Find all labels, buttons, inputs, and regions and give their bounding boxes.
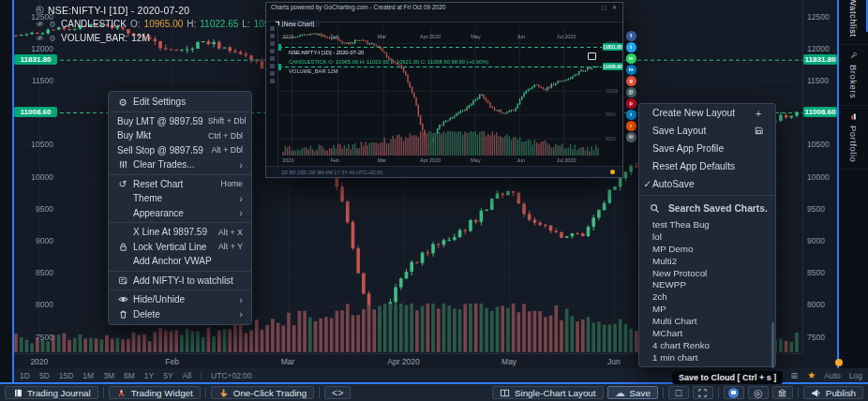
facebook-icon[interactable]: f [626, 31, 636, 41]
reddit-icon[interactable]: r [626, 121, 636, 131]
timezone-button[interactable]: UTC+02:00 [211, 371, 252, 380]
layout-menu-item-reset-app-defaults[interactable]: Reset App Defaults [639, 157, 775, 175]
right-price-axis[interactable]: 1250012000115001050010000950090008500800… [802, 0, 838, 353]
snapshot-date-label: Mar [378, 157, 386, 163]
study-settings-gear-icon[interactable]: ⚙ [48, 20, 57, 29]
email-icon[interactable]: @ [626, 87, 636, 97]
saved-chart-item-mp[interactable]: MP [639, 304, 775, 316]
expand-icon [697, 387, 709, 398]
grid-settings-icon[interactable]: ⊞ [789, 371, 799, 380]
bank-button[interactable] [772, 386, 793, 399]
mail-icon[interactable]: ✉ [626, 132, 636, 142]
menu-shortcut: Shift + Dbl [208, 116, 247, 126]
timeframe-all[interactable]: All [183, 371, 191, 380]
submenu-arrow-icon: › [239, 309, 243, 319]
context-menu-item-hide-unhide[interactable]: Hide/Unhide› [109, 292, 251, 307]
trading-journal-button[interactable]: Trading Journal [5, 386, 98, 399]
timeframe-3m[interactable]: 3M [103, 371, 114, 380]
save-button[interactable]: ☁Save [607, 386, 658, 399]
context-menu-item-lock-vertical-line[interactable]: Lock Vertical LineAlt + Y [109, 240, 251, 255]
layout-menu-item-create-new-layout[interactable]: Create New Layout+ [639, 104, 775, 122]
linkedin-icon[interactable]: in [626, 65, 636, 75]
context-menu-item-buy-mkt[interactable]: Buy MktCtrl + Dbl [109, 128, 251, 143]
googleplus-icon[interactable]: g [626, 76, 636, 86]
reset-icon: ↺ [117, 178, 128, 189]
time-axis-label: Mar [281, 357, 295, 366]
target-button[interactable]: ◎ [748, 386, 769, 399]
menu-item-label: X Line At 9897.59 [133, 227, 207, 237]
saved-charts-search[interactable] [639, 198, 775, 218]
auto-scale-toggle[interactable]: Auto [824, 371, 841, 380]
layout-menu-item-autosave[interactable]: ✓AutoSave [639, 175, 775, 193]
context-menu-item-clear-trades[interactable]: Clear Trades...› [109, 157, 251, 172]
square-button[interactable]: □ [668, 386, 689, 399]
context-menu-item-reset-chart[interactable]: ↺Reset ChartHome [109, 177, 251, 192]
scrollbar-thumb[interactable] [771, 322, 774, 368]
sidebar-tab-brokers[interactable]: Brokers [839, 45, 868, 106]
price-tick: 12500 [807, 13, 830, 22]
left-price-axis[interactable]: 1250012000115001050010000950090008500800… [14, 0, 57, 353]
saved-chart-item-multi-chart[interactable]: Multi Chart [639, 316, 775, 328]
timeframe-1d[interactable]: 1D [20, 371, 30, 380]
context-menu-item-x-line-at-9897-59[interactable]: X Line At 9897.59Alt + X [109, 225, 251, 240]
snapshot-price-badge: 11831.80 [603, 43, 622, 51]
symbol-search-icon[interactable] [35, 6, 44, 15]
check-icon: ✓ [642, 178, 653, 189]
saved-chart-item-2ch[interactable]: 2ch [639, 291, 775, 304]
save-tooltip: Save to Cloud [ Ctrl + s ] [672, 371, 783, 384]
saved-chart-item-1-min-chart[interactable]: 1 min chart [639, 352, 775, 364]
eye-off-icon[interactable] [35, 20, 44, 29]
search-input[interactable] [666, 202, 773, 215]
trading-widget-button[interactable]: Trading Widget [109, 386, 201, 399]
saved-chart-item-mchart[interactable]: MChart [639, 328, 775, 340]
layout-menu-item-save-layout[interactable]: Save Layout [639, 122, 775, 140]
expand-button[interactable] [693, 386, 713, 399]
whatsapp-icon[interactable]: w [626, 53, 636, 64]
sidebar-tab-portfolio[interactable]: Portfolio [839, 106, 868, 170]
saved-chart-item-4-chart-renko[interactable]: 4 chart Renko [639, 340, 775, 352]
publish-button[interactable]: Publish [803, 386, 863, 399]
log-scale-toggle[interactable]: Log [849, 371, 862, 380]
saved-chart-item-multi2[interactable]: Multi2 [639, 256, 775, 268]
timeframe-5y[interactable]: 5Y [163, 371, 172, 380]
saved-chart-item-new-protocol[interactable]: New Protocol [639, 268, 775, 280]
timeframe-6m[interactable]: 6M [124, 371, 135, 380]
context-menu-item-edit-settings[interactable]: ⚙Edit Settings [109, 95, 251, 110]
timeframe-15d[interactable]: 15D [59, 371, 74, 380]
notification-dot[interactable] [835, 359, 843, 366]
context-menu-item-add-nifty-i-to-watchlist[interactable]: Add NIFTY-I to watchlist [109, 274, 251, 289]
context-menu-item-appearance[interactable]: Appearance› [109, 206, 251, 221]
layout-menu-item-save-app-profile[interactable]: Save App Profile [639, 140, 775, 157]
twitter-icon[interactable]: t [626, 42, 636, 52]
divider [201, 371, 202, 379]
snapshot-window-controls[interactable]: ▢ ✕ [602, 3, 619, 12]
saved-chart-item-newpp[interactable]: NEWPP [639, 279, 775, 291]
divider [718, 387, 719, 398]
context-menu-item-delete[interactable]: Delete› [109, 307, 251, 322]
timeframe-1m[interactable]: 1M [82, 371, 94, 380]
saved-chart-item-mp-demo[interactable]: MP Demo [639, 244, 775, 256]
pinterest-icon[interactable]: p [626, 98, 636, 109]
context-menu-item-sell-stop-9897-59[interactable]: Sell Stop @ 9897.59Alt + Dbl [109, 143, 251, 158]
timeframe-5d[interactable]: 5D [39, 371, 50, 380]
item-button[interactable]: <> [324, 386, 351, 399]
study-settings-gear-icon[interactable]: ⚙ [48, 34, 57, 43]
submenu-arrow-icon: › [239, 208, 243, 217]
context-menu-item-buy-lmt-9897-59[interactable]: Buy LMT @ 9897.59Shift + Dbl [109, 114, 251, 129]
camera-button[interactable] [724, 386, 744, 399]
journal-icon [12, 387, 23, 398]
axis-settings-group: ⊞ ★ Auto Log [789, 370, 862, 380]
saved-chart-item-lol[interactable]: lol [639, 231, 775, 244]
eye-off-icon[interactable] [35, 34, 44, 43]
high-label: H: [187, 19, 196, 29]
single-chart-layout-button[interactable]: Single-Chart Layout [492, 386, 604, 399]
sidebar-tab-watchlist[interactable]: Watchlist [839, 0, 868, 45]
telegram-icon[interactable]: t [626, 110, 636, 120]
one-click-trading-button[interactable]: One-Click Trading [211, 386, 314, 399]
timeframe-1y[interactable]: 1Y [144, 371, 154, 380]
saved-chart-item-bugs[interactable]: Bugs [639, 364, 775, 366]
favorite-star-icon[interactable]: ★ [807, 370, 816, 380]
saved-chart-item-test-thea-bug[interactable]: test Thea Bug [639, 219, 775, 231]
context-menu-item-theme[interactable]: Theme› [109, 191, 251, 206]
context-menu-item-add-anchor-vwap[interactable]: Add Anchor VWAP [109, 254, 251, 269]
